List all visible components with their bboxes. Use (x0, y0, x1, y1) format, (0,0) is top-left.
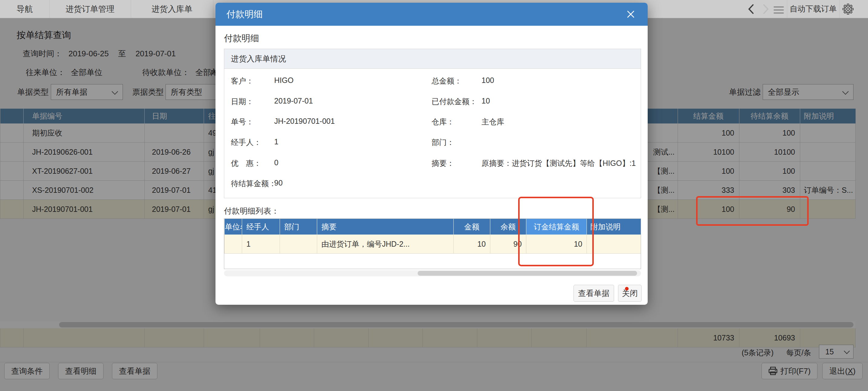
panel-title: 进货入库单情况 (224, 49, 641, 69)
table-cell (587, 235, 641, 253)
scrollbar-thumb[interactable] (417, 271, 637, 276)
field-right-row: 已付款金额：10 (224, 96, 641, 107)
field-label: 待结算金额： (231, 179, 276, 188)
field-value: 90 (274, 179, 283, 187)
dialog-horizontal-scrollbar[interactable] (224, 270, 641, 276)
payment-list-label: 付款明细列表： (224, 206, 279, 216)
payment-detail-dialog: 付款明细 付款明细 进货入库单情况 客户：HIGO日期：2019-07-01单号… (216, 3, 648, 305)
view-document-button[interactable]: 查看单据 (574, 285, 614, 302)
column-header[interactable]: 摘要 (317, 219, 454, 235)
field-value: 主仓库 (482, 117, 504, 127)
field-value: 原摘要：进货订货【测试先】等给【HIGO】:1 (482, 158, 636, 168)
gear-icon[interactable] (841, 2, 855, 16)
table-row[interactable]: 1由进货订单，编号JHD-2...109010 (224, 235, 641, 253)
field-label: 总金额： (432, 76, 462, 86)
column-header[interactable]: 经手人 (242, 219, 280, 235)
table-cell (224, 235, 242, 253)
column-header[interactable]: 余额 (490, 219, 526, 235)
app-root: 按单结算查询 查询时间： 2019-06-25 至 2019-07-01 往来单… (0, 0, 868, 391)
column-header[interactable]: 单位名称 (224, 219, 242, 235)
dialog-title: 付款明细 (226, 8, 263, 21)
field-value: 100 (482, 76, 494, 85)
list-icon[interactable] (774, 2, 786, 18)
column-header[interactable]: 部门 (280, 219, 317, 235)
close-dialog-button[interactable]: 关闭 (618, 285, 642, 302)
table-cell: 90 (490, 235, 526, 253)
table-cell: 10 (526, 235, 587, 253)
dialog-titlebar: 付款明细 (216, 3, 648, 26)
field-right-row: 摘要：原摘要：进货订货【测试先】等给【HIGO】:1 (224, 158, 641, 169)
column-header[interactable]: 附加说明 (587, 219, 641, 235)
field-label: 仓库： (432, 117, 454, 127)
table-cell: 10 (454, 235, 490, 253)
field-label: 部门： (432, 138, 454, 147)
table-cell: 1 (242, 235, 280, 253)
payment-detail-table-wrap: 单位名称经手人部门摘要金额余额订金结算金额附加说明 1由进货订单，编号JHD-2… (224, 218, 641, 269)
field-value: 10 (482, 96, 490, 105)
back-chevron-icon[interactable] (745, 2, 757, 16)
close-icon[interactable] (625, 8, 637, 20)
tab-purchase-inbound[interactable]: 进货入库单 (131, 0, 213, 18)
column-header[interactable]: 订金结算金额 (526, 219, 587, 235)
field-right-row: 部门： (224, 138, 641, 148)
field-label: 已付款金额： (432, 96, 477, 107)
payment-detail-table: 单位名称经手人部门摘要金额余额订金结算金额附加说明 1由进货订单，编号JHD-2… (224, 219, 641, 253)
dialog-heading: 付款明细 (224, 32, 259, 44)
forward-chevron-icon[interactable] (760, 2, 772, 16)
tab-navigation[interactable]: 导航 (0, 0, 50, 18)
table-cell: 由进货订单，编号JHD-2... (317, 235, 454, 253)
field-right-row: 仓库：主仓库 (224, 117, 641, 127)
inbound-info-panel: 进货入库单情况 客户：HIGO日期：2019-07-01单号：JH-201907… (224, 49, 641, 198)
column-header[interactable]: 金额 (454, 219, 490, 235)
close-dialog-label: 关闭 (622, 288, 638, 299)
tab-purchase-order-management[interactable]: 进货订单管理 (49, 0, 131, 18)
table-cell (280, 235, 317, 253)
table-header-row: 单位名称经手人部门摘要金额余额订金结算金额附加说明 (224, 219, 641, 235)
red-dot-badge (625, 287, 629, 291)
field-left-row: 待结算金额：90 (224, 179, 641, 189)
field-right-row: 总金额：100 (224, 76, 641, 86)
field-label: 摘要： (432, 158, 454, 168)
auto-download-button[interactable]: 自动下载订单 (787, 0, 840, 18)
